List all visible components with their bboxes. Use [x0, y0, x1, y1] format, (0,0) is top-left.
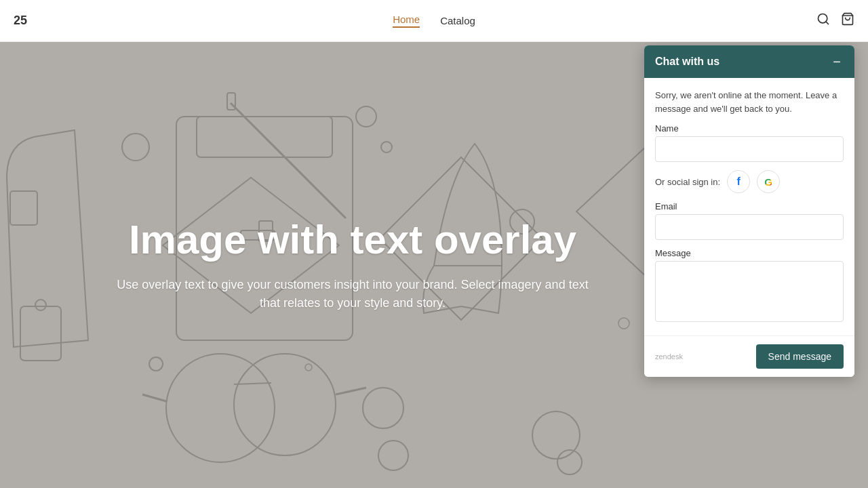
nav-link-catalog[interactable]: Catalog — [440, 15, 475, 26]
svg-point-11 — [35, 300, 46, 310]
svg-point-12 — [166, 354, 275, 462]
name-input[interactable] — [655, 136, 844, 162]
social-signin-row: Or social sign in: f G — [655, 170, 844, 193]
hero-subtitle: Use overlay text to give your customers … — [115, 276, 590, 312]
nav-link-home[interactable]: Home — [393, 14, 420, 28]
brand-logo: 25 — [14, 14, 27, 28]
svg-point-24 — [363, 388, 403, 428]
svg-point-22 — [381, 142, 392, 152]
google-signin-button[interactable]: G — [757, 170, 780, 193]
svg-line-5 — [231, 103, 346, 218]
facebook-signin-button[interactable]: f — [727, 170, 750, 193]
chat-body: Sorry, we aren't online at the moment. L… — [644, 78, 854, 336]
chat-header: Chat with us − — [644, 45, 854, 78]
svg-point-31 — [618, 318, 629, 329]
google-icon: G — [764, 176, 772, 188]
svg-point-29 — [149, 357, 163, 371]
svg-rect-9 — [10, 191, 37, 225]
svg-line-16 — [234, 383, 271, 384]
svg-point-13 — [234, 354, 336, 455]
svg-point-25 — [378, 441, 408, 470]
svg-point-27 — [557, 450, 582, 474]
navbar: 25 Home Catalog — [0, 0, 868, 42]
hero-text-block: Image with text overlay Use overlay text… — [115, 218, 590, 312]
email-label: Email — [655, 201, 844, 211]
nav-links: Home Catalog — [393, 14, 475, 28]
chat-widget: Chat with us − Sorry, we aren't online a… — [644, 45, 854, 377]
svg-rect-10 — [20, 306, 61, 361]
chat-offline-message: Sorry, we aren't online at the moment. L… — [655, 89, 844, 115]
message-textarea[interactable] — [655, 261, 844, 322]
email-field-group: Email — [655, 201, 844, 240]
svg-line-1 — [826, 22, 829, 24]
search-icon[interactable] — [816, 12, 830, 29]
name-label: Name — [655, 123, 844, 134]
facebook-icon: f — [736, 176, 740, 188]
chat-header-title: Chat with us — [655, 56, 719, 68]
svg-line-14 — [142, 394, 166, 401]
send-message-button[interactable]: Send message — [756, 344, 844, 369]
hero-title: Image with text overlay — [115, 218, 590, 262]
svg-point-26 — [532, 411, 580, 459]
message-field-group: Message — [655, 248, 844, 325]
email-input[interactable] — [655, 214, 844, 240]
chat-minimize-button[interactable]: − — [830, 55, 844, 68]
svg-point-21 — [356, 106, 376, 127]
svg-line-15 — [336, 388, 366, 394]
social-signin-label: Or social sign in: — [655, 177, 720, 187]
cart-icon[interactable] — [841, 12, 854, 29]
navbar-icons — [816, 12, 854, 29]
svg-point-30 — [305, 364, 312, 371]
hero-section: Image with text overlay Use overlay text… — [0, 42, 868, 488]
chat-footer: zendesk Send message — [644, 336, 854, 377]
zendesk-label: zendesk — [655, 352, 683, 361]
svg-point-20 — [122, 134, 149, 161]
name-field-group: Name — [655, 123, 844, 162]
message-label: Message — [655, 248, 844, 258]
